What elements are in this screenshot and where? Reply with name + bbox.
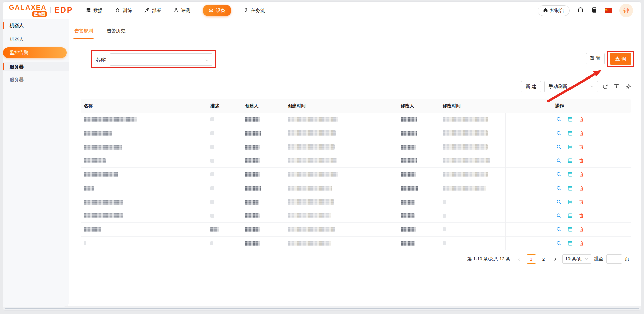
view-icon[interactable] bbox=[556, 199, 562, 205]
delete-icon[interactable] bbox=[579, 172, 584, 177]
cell-creator bbox=[242, 213, 285, 218]
view-icon[interactable] bbox=[556, 130, 562, 136]
data-icon[interactable] bbox=[567, 186, 573, 191]
redacted-text bbox=[443, 172, 488, 177]
delete-icon[interactable] bbox=[579, 213, 584, 218]
cell-created-time bbox=[285, 117, 398, 122]
headset-icon[interactable] bbox=[577, 6, 584, 15]
sidebar-item-monitor-alert[interactable]: 监控告警 bbox=[3, 47, 67, 58]
table-body bbox=[81, 113, 631, 250]
flask-icon bbox=[174, 8, 179, 14]
cell-creator bbox=[242, 200, 285, 205]
delete-icon[interactable] bbox=[579, 117, 584, 122]
cell-modified-time bbox=[440, 186, 552, 191]
delete-icon[interactable] bbox=[579, 199, 584, 205]
new-button[interactable]: 新 建 bbox=[521, 81, 541, 92]
sidebar-item-server[interactable]: 服务器 bbox=[3, 75, 69, 85]
nav-item-deploy[interactable]: 部署 bbox=[144, 8, 161, 14]
jump-suffix-label: 页 bbox=[625, 256, 630, 262]
view-icon[interactable] bbox=[556, 172, 562, 177]
horizontal-scrollbar[interactable] bbox=[3, 306, 641, 310]
view-icon[interactable] bbox=[556, 227, 562, 232]
language-flag-icon[interactable] bbox=[605, 8, 612, 13]
data-icon[interactable] bbox=[567, 117, 573, 122]
sidebar-item-robot[interactable]: 机器人 bbox=[3, 35, 69, 44]
redacted-text bbox=[84, 200, 123, 205]
data-icon[interactable] bbox=[567, 172, 573, 177]
table-header-row: 名称 描述 创建人 创建时间 修改人 修改时间 操作 bbox=[81, 99, 631, 113]
redacted-text bbox=[443, 227, 446, 231]
data-icon[interactable] bbox=[567, 241, 573, 246]
search-button[interactable]: 查 询 bbox=[610, 53, 631, 65]
redacted-text bbox=[245, 200, 259, 205]
brand-badge: 星海图 bbox=[32, 11, 47, 17]
settings-gear-icon[interactable] bbox=[625, 84, 631, 90]
manual-book-icon[interactable] bbox=[591, 7, 598, 15]
col-header-description: 描述 bbox=[208, 103, 242, 109]
app-window: GALAXEA 星海图 | EDP 数据 训练 部署 评测 bbox=[3, 1, 641, 311]
redacted-text bbox=[443, 117, 488, 122]
data-icon[interactable] bbox=[567, 130, 573, 136]
nav-item-workflow[interactable]: 任务流 bbox=[244, 8, 265, 14]
delete-icon[interactable] bbox=[579, 241, 584, 246]
tab-alert-rules[interactable]: 告警规则 bbox=[74, 28, 93, 39]
name-filter-select[interactable] bbox=[110, 53, 212, 66]
cell-modifier bbox=[398, 200, 440, 205]
nav-item-evaluation[interactable]: 评测 bbox=[174, 8, 190, 14]
scrollbar-thumb[interactable] bbox=[5, 308, 639, 309]
nav-item-data[interactable]: 数据 bbox=[86, 8, 103, 14]
view-icon[interactable] bbox=[556, 144, 562, 150]
next-page-icon[interactable] bbox=[551, 254, 559, 264]
redacted-text bbox=[401, 213, 415, 218]
data-icon[interactable] bbox=[567, 144, 573, 150]
jump-page-input[interactable] bbox=[606, 254, 622, 264]
redacted-text bbox=[288, 144, 335, 150]
redacted-text bbox=[210, 200, 214, 204]
view-icon[interactable] bbox=[556, 186, 562, 191]
redacted-text bbox=[210, 131, 214, 135]
delete-icon[interactable] bbox=[579, 158, 584, 163]
delete-icon[interactable] bbox=[579, 227, 584, 232]
page-number-1[interactable]: 1 bbox=[527, 254, 536, 264]
table-row bbox=[81, 195, 631, 209]
redacted-text bbox=[401, 145, 416, 150]
view-icon[interactable] bbox=[556, 117, 562, 122]
redacted-text bbox=[443, 158, 490, 163]
cell-modified-time bbox=[440, 117, 552, 122]
data-icon[interactable] bbox=[567, 158, 573, 163]
view-icon[interactable] bbox=[556, 213, 562, 218]
nav-item-device[interactable]: 设备 bbox=[203, 5, 231, 16]
logo-divider: | bbox=[50, 6, 51, 14]
col-header-created-time: 创建时间 bbox=[285, 103, 398, 109]
data-icon[interactable] bbox=[567, 199, 573, 205]
tab-alert-history[interactable]: 告警历史 bbox=[107, 28, 126, 39]
redacted-text bbox=[288, 130, 336, 136]
prev-page-icon[interactable] bbox=[515, 254, 524, 264]
page-number-2[interactable]: 2 bbox=[539, 254, 548, 264]
cell-created-time bbox=[285, 227, 398, 232]
reload-icon[interactable] bbox=[602, 84, 608, 90]
cell-creator bbox=[242, 241, 285, 246]
cell-modifier bbox=[398, 241, 440, 246]
data-icon[interactable] bbox=[567, 227, 573, 232]
page-size-select[interactable]: 10 条/页 bbox=[562, 254, 591, 264]
console-button[interactable]: 控制台 bbox=[538, 5, 570, 16]
delete-icon[interactable] bbox=[579, 144, 584, 150]
redacted-text bbox=[245, 172, 260, 177]
data-icon[interactable] bbox=[567, 213, 573, 218]
redacted-text bbox=[401, 172, 416, 177]
row-density-icon[interactable] bbox=[614, 84, 620, 90]
cell-created-time bbox=[285, 172, 398, 177]
redacted-text bbox=[245, 186, 261, 191]
delete-icon[interactable] bbox=[579, 186, 584, 191]
view-icon[interactable] bbox=[556, 241, 562, 246]
user-avatar[interactable]: 钟 bbox=[619, 4, 633, 17]
reset-button[interactable]: 重 置 bbox=[586, 53, 605, 64]
nav-item-training[interactable]: 训练 bbox=[115, 8, 132, 14]
view-icon[interactable] bbox=[556, 158, 562, 163]
table-row bbox=[81, 223, 631, 237]
redacted-text bbox=[210, 145, 214, 149]
delete-icon[interactable] bbox=[579, 130, 584, 136]
redacted-text bbox=[84, 172, 118, 177]
refresh-mode-select[interactable]: 手动刷新 bbox=[544, 81, 598, 92]
